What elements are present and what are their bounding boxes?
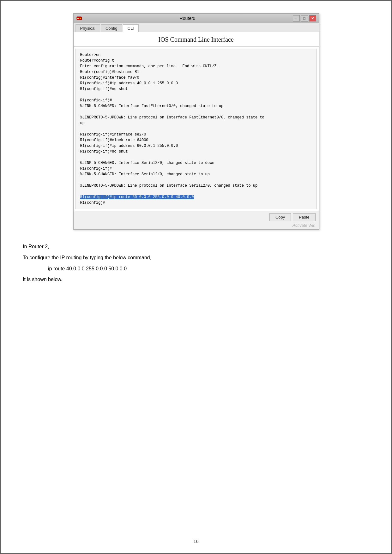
window-title: Router0 (82, 16, 293, 21)
cli-line: Router#config t (80, 58, 312, 63)
cli-line: R1(config-if)#interface se2/0 (80, 132, 312, 137)
svg-point-2 (78, 18, 79, 19)
cli-line (80, 177, 312, 183)
paragraph-configure: To configure the IP routing by typing th… (23, 253, 369, 262)
router-icon (76, 15, 82, 21)
cli-output: Router>en Router#config t Enter configur… (80, 52, 312, 206)
cli-line (80, 154, 312, 160)
ios-heading: IOS Command Line Interface (74, 32, 319, 47)
router-window: Router0 – □ ✕ Physical Config CLI IOS Co… (73, 13, 319, 230)
paste-button[interactable]: Paste (293, 213, 315, 221)
cli-highlighted-line[interactable]: R1(config-if)#ip route 50.0.0.0 255.0.0.… (80, 194, 312, 200)
cli-line: R1(config-if)# (80, 166, 312, 172)
cli-line: up (80, 120, 312, 126)
tab-bar: Physical Config CLI (74, 23, 319, 32)
cli-line (80, 92, 312, 98)
cli-terminal[interactable]: Router>en Router#config t Enter configur… (75, 49, 317, 209)
cli-line: %LINEPROTO-5-UPDOWN: Line protocol on In… (80, 183, 312, 189)
cli-line: Router>en (80, 52, 312, 58)
cli-line: R1(config-if)#no shut (80, 86, 312, 92)
cli-line (80, 126, 312, 132)
tab-cli[interactable]: CLI (123, 24, 139, 32)
page-number: 16 (1, 539, 391, 544)
tab-config[interactable]: Config (101, 24, 122, 32)
cli-line: R1(config)# (80, 200, 312, 206)
window-controls: – □ ✕ (293, 15, 316, 21)
cli-line (80, 189, 312, 194)
cli-line: %LINEPROTO-5-UPDOWN: Line protocol on In… (80, 115, 312, 120)
cli-line: R1(config-if)# (80, 98, 312, 103)
cli-line: R1(config)#interface fa0/0 (80, 75, 312, 81)
svg-point-1 (77, 18, 78, 19)
tab-physical[interactable]: Physical (75, 24, 100, 32)
title-bar: Router0 – □ ✕ (74, 14, 319, 23)
paragraph-router2: In Router 2, (23, 242, 369, 251)
cli-line: R1(config-if)#clock rate 64000 (80, 137, 312, 143)
cli-line (80, 109, 312, 115)
cli-line: Router(config)#hostname R1 (80, 69, 312, 75)
maximize-button[interactable]: □ (301, 15, 308, 21)
cli-line: R1(config-if)#ip address 40.0.0.1 255.0.… (80, 81, 312, 86)
cli-line: %LINK-5-CHANGED: Interface Serial2/0, ch… (80, 160, 312, 166)
body-text: In Router 2, To configure the IP routing… (20, 239, 372, 289)
cli-line: %LINK-5-CHANGED: Interface FastEthernet0… (80, 103, 312, 109)
minimize-button[interactable]: – (293, 15, 300, 21)
cli-line: %LINK-5-CHANGED: Interface Serial2/0, ch… (80, 172, 312, 177)
paragraph-shown: It is shown below. (23, 275, 369, 284)
activate-windows-text: Activate Win (74, 223, 319, 229)
ip-route-command: ip route 40.0.0.0 255.0.0.0 50.0.0.0 (48, 264, 369, 274)
cli-line: R1(config-if)#ip address 60.0.0.1 255.0.… (80, 143, 312, 149)
copy-button[interactable]: Copy (269, 213, 291, 221)
cli-line: Enter configuration commands, one per li… (80, 63, 312, 69)
svg-rect-3 (80, 18, 81, 19)
button-row: Copy Paste (74, 211, 319, 223)
close-button[interactable]: ✕ (309, 15, 316, 21)
cli-line: R1(config-if)#no shut (80, 149, 312, 154)
